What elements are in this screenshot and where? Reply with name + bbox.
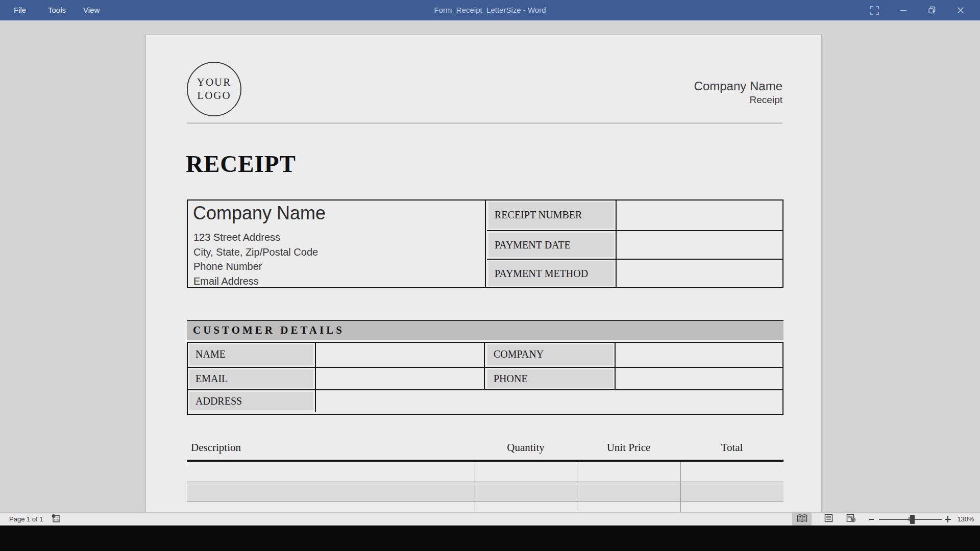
receipt-heading: RECEIPT <box>186 150 296 178</box>
phone-label: PHONE <box>486 368 615 389</box>
close-icon <box>957 7 964 14</box>
zoom-level-label[interactable]: 130% <box>953 513 978 525</box>
table-row: PAYMENT METHOD <box>487 259 782 287</box>
address-label-cell: ADDRESS <box>188 390 316 412</box>
item-unit-price-cell[interactable] <box>577 502 680 512</box>
item-description-cell[interactable] <box>187 462 475 482</box>
minimize-icon <box>900 7 907 14</box>
seller-address: 123 Street Address City, State, Zip/Post… <box>193 230 318 288</box>
menu-file[interactable]: File <box>14 0 26 20</box>
description-column-header: Description <box>191 440 241 457</box>
page-indicator[interactable]: Page 1 of 1 <box>9 513 43 525</box>
seller-info-cell: Company Name 123 Street Address City, St… <box>188 201 486 287</box>
payment-field-rows: RECEIPT NUMBER PAYMENT DATE PAYMENT METH… <box>487 201 782 287</box>
title-bar: File Tools View Form_Receipt_LetterSize … <box>0 0 980 20</box>
email-label: EMAIL <box>188 368 315 389</box>
receipt-number-value-cell[interactable] <box>618 201 782 230</box>
minus-icon <box>869 519 874 520</box>
zoom-in-button[interactable] <box>943 513 952 525</box>
email-value-cell[interactable] <box>317 368 485 389</box>
print-layout-button[interactable] <box>819 513 838 525</box>
total-column-header: Total <box>680 440 783 457</box>
company-label: COMPANY <box>486 343 615 366</box>
auto-hide-ribbon-button[interactable] <box>863 0 886 20</box>
status-bar: Page 1 of 1 <box>0 512 980 525</box>
customer-details-header: CUSTOMER DETAILS <box>187 320 783 340</box>
table-row: EMAIL PHONE <box>188 367 782 389</box>
zoom-slider-center-tick <box>909 517 910 521</box>
seller-address-line: City, State, Zip/Postal Code <box>193 245 318 260</box>
line-items-header-row: Description Quantity Unit Price Total <box>187 440 783 457</box>
read-mode-button[interactable] <box>792 513 812 525</box>
web-layout-button[interactable] <box>841 513 861 525</box>
item-total-cell[interactable] <box>680 502 783 512</box>
auto-hide-ribbon-icon <box>870 6 879 15</box>
seller-payment-table: Company Name 123 Street Address City, St… <box>187 199 783 288</box>
zoom-slider-handle[interactable] <box>910 515 915 524</box>
customer-details-table: NAME COMPANY EMAIL PHONE <box>187 342 783 415</box>
close-button[interactable] <box>949 0 972 20</box>
document-page[interactable]: YOUR LOGO Company Name Receipt RECEIPT C… <box>145 34 822 512</box>
logo-text-line1: YOUR <box>197 76 232 89</box>
item-quantity-cell[interactable] <box>475 482 577 502</box>
minimize-button[interactable] <box>892 0 915 20</box>
proofing-status-icon <box>51 514 61 525</box>
name-value-cell[interactable] <box>317 343 485 367</box>
address-label: ADDRESS <box>188 390 315 412</box>
phone-value-cell[interactable] <box>617 368 782 389</box>
unit-price-column-header: Unit Price <box>577 440 680 457</box>
table-row: PAYMENT DATE <box>487 230 782 259</box>
menu-tools[interactable]: Tools <box>48 0 66 20</box>
restore-button[interactable] <box>920 0 944 20</box>
seller-company-name: Company Name <box>193 203 326 224</box>
phone-label-cell: PHONE <box>486 368 616 389</box>
restore-down-icon <box>928 6 936 14</box>
proofing-status-button[interactable] <box>48 513 63 525</box>
table-row: ADDRESS <box>188 389 782 412</box>
table-row: NAME COMPANY <box>188 343 782 367</box>
item-total-cell[interactable] <box>680 462 783 482</box>
zoom-out-button[interactable] <box>867 513 876 525</box>
window-title: Form_Receipt_LetterSize - Word <box>0 0 980 20</box>
plus-icon <box>945 516 951 522</box>
quantity-column-header: Quantity <box>475 440 577 457</box>
item-total-cell[interactable] <box>680 482 783 502</box>
item-quantity-cell[interactable] <box>475 462 577 482</box>
header-divider <box>187 122 782 124</box>
line-items-rows <box>187 462 783 512</box>
table-row: RECEIPT NUMBER <box>487 201 782 230</box>
seller-address-line: Email Address <box>193 274 318 289</box>
taskbar-black-strip <box>0 525 980 551</box>
print-layout-icon <box>824 514 833 524</box>
company-logo: YOUR LOGO <box>187 62 241 116</box>
letterhead-company-name: Company Name <box>694 79 782 94</box>
item-quantity-cell[interactable] <box>475 502 577 512</box>
menu-view[interactable]: View <box>83 0 100 20</box>
item-unit-price-cell[interactable] <box>577 482 680 502</box>
table-row <box>187 482 783 502</box>
letterhead-doc-type: Receipt <box>694 94 782 106</box>
read-mode-icon <box>797 514 807 524</box>
seller-address-line: Phone Number <box>193 259 318 274</box>
address-value-cell[interactable] <box>317 390 782 412</box>
item-description-cell[interactable] <box>187 502 475 512</box>
item-unit-price-cell[interactable] <box>577 462 680 482</box>
payment-date-label-cell: PAYMENT DATE <box>487 231 617 259</box>
letterhead-block: Company Name Receipt <box>694 79 782 106</box>
name-label-cell: NAME <box>188 343 316 367</box>
web-layout-icon <box>846 514 856 524</box>
payment-date-value-cell[interactable] <box>618 231 782 259</box>
payment-method-value-cell[interactable] <box>618 260 782 287</box>
table-row <box>187 462 783 482</box>
company-label-cell: COMPANY <box>486 343 616 367</box>
company-value-cell[interactable] <box>617 343 782 367</box>
seller-address-line: 123 Street Address <box>193 230 318 245</box>
payment-date-label: PAYMENT DATE <box>487 231 616 259</box>
receipt-number-label: RECEIPT NUMBER <box>487 201 616 229</box>
name-label: NAME <box>188 343 315 366</box>
payment-method-label-cell: PAYMENT METHOD <box>487 260 617 287</box>
logo-text-line2: LOGO <box>197 89 231 103</box>
email-label-cell: EMAIL <box>188 368 316 389</box>
receipt-number-label-cell: RECEIPT NUMBER <box>487 201 617 230</box>
item-description-cell[interactable] <box>187 482 475 502</box>
